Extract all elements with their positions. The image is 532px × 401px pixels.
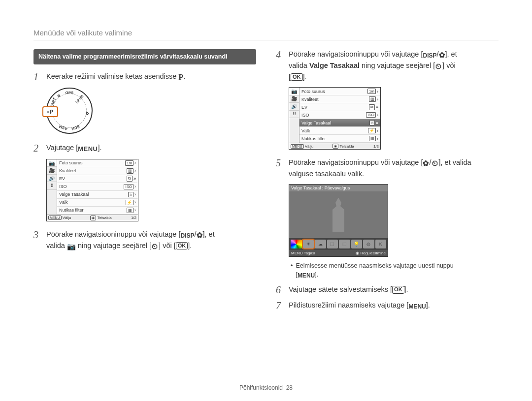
- menu-row-value-icon: ISO: [124, 184, 133, 189]
- menu-row: ISOISO›: [299, 111, 380, 119]
- menu-icon: MENU: [408, 303, 426, 311]
- tab-photo: 📷: [289, 88, 299, 95]
- chevron-right-icon: ›: [134, 208, 136, 213]
- timer-icon: ⏲: [151, 242, 159, 252]
- page-footer: Põhifunktsioonid 28: [0, 384, 532, 391]
- menu-row-label: Foto suurus: [301, 89, 325, 94]
- tab-other: ⠿: [47, 182, 57, 190]
- wb-option-daylight: ☀: [303, 240, 314, 248]
- step-3: 3 Pöörake navigatsiooninuppu või vajutag…: [33, 229, 256, 252]
- menu-row-label: Valge Tasakaal: [59, 192, 89, 197]
- timer-icon: ⏲: [435, 62, 442, 72]
- macro-icon: ✿: [423, 158, 429, 169]
- wb-option-cloudy: ☁: [315, 240, 326, 248]
- menu-button-icon: MENU: [291, 251, 303, 255]
- menu-row-label: Valge Tasakaal: [301, 121, 331, 125]
- macro-icon: ✿: [439, 50, 445, 61]
- menu-row-label: Välk: [59, 200, 68, 205]
- step-4: 4 Pöörake navigatsiooninuppu või vajutag…: [276, 49, 499, 82]
- menu-row-label: ISO: [59, 184, 67, 189]
- camera-menu-1: 📷 🎥 🔊 ⠿ Foto suurus1m›Kvaliteet▥›EV⧉»ISO…: [46, 159, 138, 221]
- ok-icon: OK: [176, 242, 188, 249]
- macro-icon: ✿: [197, 230, 203, 241]
- menu-row-value-icon: ▥: [369, 96, 376, 102]
- menu-icon: MENU: [78, 145, 98, 154]
- nav-button-icon: ◉: [90, 216, 96, 220]
- tab-other: ⠿: [289, 111, 299, 119]
- chevron-right-icon: ›: [377, 136, 378, 141]
- menu-row-value-icon: ▦: [127, 208, 133, 213]
- dial-selected-p: P: [42, 106, 58, 117]
- wb-filmstrip: ☀ ☁ ⬚ ⬚ 💡 ◎ K: [289, 238, 388, 250]
- step-text-after: .: [183, 72, 185, 80]
- menu-row-value-icon: ISO: [366, 112, 376, 118]
- menu-tabs: 📷 🎥 🔊 ⠿: [289, 88, 299, 143]
- page-indicator: 1/2: [131, 216, 136, 220]
- menu-row-label: Nutikas filter: [59, 208, 84, 213]
- chevron-right-icon: ›: [377, 97, 378, 102]
- preview-title: Valge Tasakaal : Päevavalgus: [289, 185, 388, 191]
- tab-sound: 🔊: [47, 175, 57, 183]
- menu-button-icon: MENU: [291, 144, 304, 149]
- wb-option-auto: [291, 240, 302, 248]
- step-7: 7 Pildistusrežiimi naasmiseks vajutage […: [276, 300, 499, 311]
- camera-icon: 📷: [67, 242, 76, 252]
- menu-row: ISOISO›: [57, 183, 138, 191]
- footer-back: Tagasi: [304, 251, 315, 255]
- step-number: 5: [276, 157, 289, 168]
- camera-menu-2: 📷 🎥 🔊 ⠿ Foto suurus1m›Kvaliteet▥›EV⧉»ISO…: [289, 87, 381, 150]
- footer-exit: Välju: [63, 216, 71, 220]
- wb-option-tungsten: 💡: [351, 240, 363, 248]
- menu-icon: MENU: [298, 272, 315, 280]
- menu-row-label: Kvaliteet: [59, 168, 76, 173]
- chevron-right-icon: ›: [377, 113, 378, 118]
- menu-row-label: Välk: [301, 128, 310, 133]
- chevron-right-icon: ›: [377, 128, 378, 133]
- menu-row: Välk⚡›: [299, 127, 380, 135]
- step-number: 2: [33, 143, 46, 154]
- menu-tabs: 📷 🎥 🔊 ⠿: [47, 159, 57, 215]
- step-number: 6: [276, 284, 289, 295]
- wb-option-fluor-h: ⬚: [327, 240, 338, 248]
- step-number: 7: [276, 300, 289, 311]
- chevron-right-icon: ›: [134, 200, 136, 205]
- chevron-right-icon: »: [133, 176, 136, 181]
- menu-row: EV⧉»: [299, 103, 380, 111]
- menu-row-value-icon: 1m: [125, 160, 133, 166]
- menu-row: Nutikas filter▦›: [57, 207, 138, 215]
- step-text: Keerake režiimi valimise ketas asendisse: [46, 72, 178, 80]
- step-5: 5 Pöörake navigatsiooninuppu või vajutag…: [276, 157, 499, 179]
- menu-row: EV⧉»: [57, 175, 138, 183]
- tab-video: 🎥: [47, 167, 57, 175]
- menu-row-value-icon: ⌂: [369, 120, 375, 125]
- ok-icon: OK: [291, 73, 303, 81]
- menu-row-value-icon: ⧉: [127, 176, 133, 182]
- page-header: Menüüde või valikute valimine: [33, 29, 499, 37]
- chevron-right-icon: ›: [134, 184, 136, 189]
- timer-icon: ⏲: [432, 158, 439, 169]
- wb-option-fluor-l: ⬚: [339, 240, 350, 248]
- wb-option-custom: ◎: [363, 240, 374, 248]
- chevron-right-icon: »: [376, 121, 378, 125]
- menu-row-label: EV: [59, 176, 65, 181]
- p-mode-icon: P: [178, 71, 183, 83]
- footer-move: Teisalda: [97, 216, 111, 220]
- step-2: 2 Vajutage [MENU].: [33, 143, 256, 154]
- chevron-right-icon: »: [376, 105, 378, 110]
- menu-row: Foto suurus1m›: [57, 159, 138, 167]
- menu-row-value-icon: ▦: [369, 136, 376, 141]
- menu-row-label: Foto suurus: [59, 160, 83, 165]
- silhouette-icon: [329, 198, 348, 232]
- menu-row: Valge Tasakaal⌂›: [57, 191, 138, 199]
- menu-row: Kvaliteet▥›: [57, 167, 138, 175]
- menu-row-value-icon: ▥: [127, 168, 133, 174]
- mode-dial: SMART ⛭ GPS Wi-Fi ✿ SCN ASM P: [46, 88, 93, 134]
- menu-row-value-icon: ⌂: [128, 192, 133, 197]
- menu-row: Välk⚡›: [57, 199, 138, 207]
- menu-button-icon: MENU: [48, 216, 62, 220]
- step-number: 3: [33, 229, 46, 240]
- header-rule: [33, 40, 499, 40]
- tab-sound: 🔊: [289, 103, 299, 111]
- menu-row-value-icon: 1m: [367, 89, 376, 94]
- tab-video: 🎥: [289, 95, 299, 103]
